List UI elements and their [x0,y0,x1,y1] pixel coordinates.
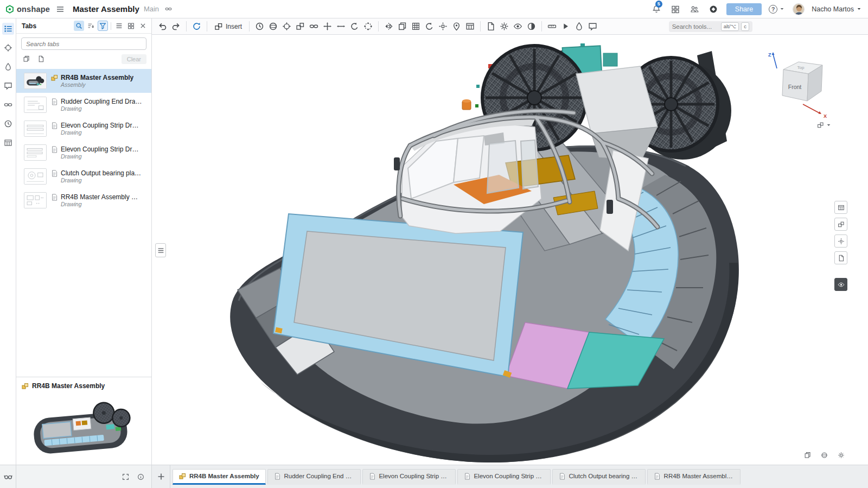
preview-title-row: RR4B Master Assembly [22,382,146,390]
feature-list-flyout-icon[interactable] [155,243,166,257]
avatar[interactable] [793,3,805,15]
doc-tab-drawing[interactable]: RR4B Master Assembly... [647,469,741,485]
tab-item-type: Drawing [51,129,142,136]
search-tabs-input[interactable] [21,37,146,50]
insert-button[interactable]: Insert [211,21,245,33]
display-options-icon[interactable] [834,278,847,291]
linked-documents-icon[interactable] [2,99,14,111]
display-states-icon[interactable] [512,20,524,33]
bom-panel-icon[interactable] [834,201,847,214]
bom-icon[interactable] [464,20,476,33]
group-icon[interactable] [294,20,307,33]
linear-pattern-icon[interactable] [410,20,422,33]
comments-icon[interactable] [2,80,14,92]
view-settings-icon[interactable] [836,450,846,460]
share-button[interactable]: Share [726,3,762,15]
appearance-icon[interactable] [573,20,585,33]
animation-icon[interactable] [559,20,572,33]
tab-item-drawing[interactable]: Rudder Coupling End Draw... Drawing [16,93,151,117]
app-store-button[interactable] [669,3,681,15]
sort-tabs-icon[interactable] [86,21,96,31]
section-view-icon[interactable] [525,20,538,33]
appearance-panel-icon[interactable] [2,61,14,73]
doc-tab-drawing[interactable]: Elevon Coupling Strip D... [457,469,551,485]
list-view-icon[interactable] [114,21,124,31]
divider [111,22,111,30]
help-button[interactable]: ? [769,5,786,14]
tab-item-assembly[interactable]: RR4B Master Assembly Assembly [16,69,151,93]
preview-title: RR4B Master Assembly [32,382,105,390]
tab-item-drawing[interactable]: Elevon Coupling Strip Draw... Drawing [16,141,151,164]
tabs-manager-icon[interactable] [2,23,14,35]
filter-tabs-icon[interactable] [98,21,108,31]
mate-icon[interactable] [267,20,279,33]
comment-icon[interactable] [586,20,599,33]
axis-z-label: Z [768,52,771,58]
mirror-icon[interactable] [382,20,395,33]
copy-link-icon[interactable] [163,4,174,14]
redo-icon[interactable] [170,20,182,33]
search-tools-input[interactable] [672,23,719,30]
view-cube[interactable]: Top Front Z X [765,49,837,121]
rotate-part-icon[interactable] [348,20,361,33]
drawing-icon[interactable] [484,20,497,33]
tabs-panel-header: Tabs [16,18,151,34]
measure-icon[interactable] [546,20,558,33]
search-tabs-icon[interactable] [74,21,84,31]
clear-filters-button[interactable]: Clear [122,54,146,64]
collaborators-button[interactable] [688,3,700,15]
key-badge-c: c [741,22,749,31]
hidden-parts-icon[interactable] [802,450,813,460]
tool-search-field[interactable]: alt/⌥ c [669,21,752,32]
notifications-button[interactable]: 5 [650,3,662,15]
viewport-3d[interactable]: Top Front Z X [152,35,868,465]
circular-pattern-icon[interactable] [423,20,436,33]
configurations-icon[interactable] [498,20,510,33]
translate-icon[interactable] [335,20,347,33]
spotlight-search-icon[interactable] [2,471,14,483]
configurations-panel-icon[interactable] [834,218,847,231]
hovercraft-model[interactable] [152,35,868,465]
defer-update-icon[interactable] [253,20,266,33]
main-menu-button[interactable] [54,3,66,15]
tab-item-drawing[interactable]: Elevon Coupling Strip Draw... Drawing [16,117,151,141]
versions-history-icon[interactable] [2,118,14,130]
expand-panel-icon[interactable] [120,472,131,482]
learning-center-button[interactable] [707,3,719,15]
filter-assemblies-icon[interactable] [21,54,31,64]
move-part-icon[interactable] [321,20,334,33]
mate-connector-icon[interactable] [280,20,293,33]
info-icon[interactable] [136,472,146,482]
replicate-icon[interactable] [396,20,409,33]
left-rail [0,18,16,465]
tab-item-meta: Elevon Coupling Strip Draw... Drawing [51,145,142,160]
named-positions-icon[interactable] [450,20,463,33]
filter-drawings-icon[interactable] [36,54,46,64]
onshape-logo-icon [5,5,14,14]
relation-icon[interactable] [308,20,320,33]
snap-mode-icon[interactable] [362,20,374,33]
doc-tab-assembly[interactable]: RR4B Master Assembly [173,469,266,485]
drawing-thumbnail [24,168,47,185]
follow-mode-icon[interactable] [2,42,14,54]
create-tab-button[interactable] [152,465,170,488]
appearance-sphere-icon[interactable] [819,450,829,460]
doc-tab-drawing[interactable]: Rudder Coupling End D... [267,469,361,485]
tab-item-type: Assembly [51,81,133,88]
onshape-logo[interactable]: onshape [5,5,50,14]
user-menu[interactable]: Nacho Martos [812,5,863,13]
tables-icon[interactable] [2,137,14,149]
doc-tab-drawing[interactable]: Elevon Coupling Strip D... [362,469,456,485]
tabs-search-row [16,34,151,53]
named-views-panel-icon[interactable] [834,251,847,264]
doc-tab-drawing[interactable]: Clutch Output bearing p... [552,469,646,485]
close-panel-icon[interactable] [138,21,148,31]
card-view-icon[interactable] [126,21,136,31]
undo-icon[interactable] [156,20,169,33]
view-menu-button[interactable] [817,122,832,129]
exploded-view-icon[interactable] [437,20,449,33]
tab-item-drawing[interactable]: RR4B Master Assembly Dra... Drawing [16,188,151,212]
exploded-views-panel-icon[interactable] [834,235,847,248]
tab-item-drawing[interactable]: Clutch Output bearing plate... Drawing [16,164,151,188]
update-sync-icon[interactable] [190,20,203,33]
